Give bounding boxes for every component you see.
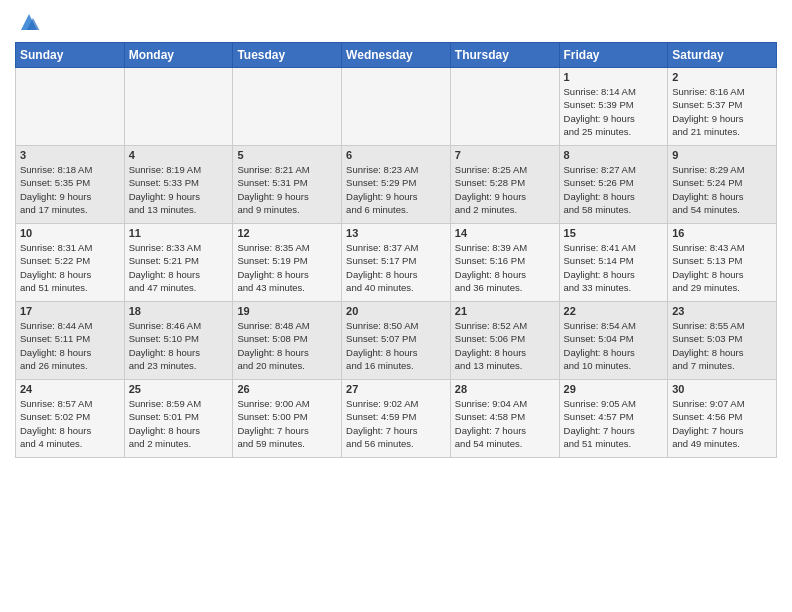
day-info: Sunrise: 8:59 AM Sunset: 5:01 PM Dayligh… <box>129 397 229 450</box>
calendar-table: SundayMondayTuesdayWednesdayThursdayFrid… <box>15 42 777 458</box>
day-info: Sunrise: 8:29 AM Sunset: 5:24 PM Dayligh… <box>672 163 772 216</box>
calendar-cell: 4Sunrise: 8:19 AM Sunset: 5:33 PM Daylig… <box>124 146 233 224</box>
day-info: Sunrise: 8:16 AM Sunset: 5:37 PM Dayligh… <box>672 85 772 138</box>
calendar-cell <box>124 68 233 146</box>
day-number: 4 <box>129 149 229 161</box>
calendar-week-row: 10Sunrise: 8:31 AM Sunset: 5:22 PM Dayli… <box>16 224 777 302</box>
day-number: 25 <box>129 383 229 395</box>
calendar-cell <box>233 68 342 146</box>
day-number: 8 <box>564 149 664 161</box>
calendar-cell: 18Sunrise: 8:46 AM Sunset: 5:10 PM Dayli… <box>124 302 233 380</box>
calendar-cell: 12Sunrise: 8:35 AM Sunset: 5:19 PM Dayli… <box>233 224 342 302</box>
day-number: 18 <box>129 305 229 317</box>
day-number: 1 <box>564 71 664 83</box>
calendar-cell: 13Sunrise: 8:37 AM Sunset: 5:17 PM Dayli… <box>342 224 451 302</box>
day-info: Sunrise: 8:57 AM Sunset: 5:02 PM Dayligh… <box>20 397 120 450</box>
day-number: 20 <box>346 305 446 317</box>
calendar-cell: 9Sunrise: 8:29 AM Sunset: 5:24 PM Daylig… <box>668 146 777 224</box>
day-number: 3 <box>20 149 120 161</box>
day-number: 10 <box>20 227 120 239</box>
calendar-cell: 6Sunrise: 8:23 AM Sunset: 5:29 PM Daylig… <box>342 146 451 224</box>
day-info: Sunrise: 8:14 AM Sunset: 5:39 PM Dayligh… <box>564 85 664 138</box>
day-info: Sunrise: 8:31 AM Sunset: 5:22 PM Dayligh… <box>20 241 120 294</box>
day-info: Sunrise: 8:55 AM Sunset: 5:03 PM Dayligh… <box>672 319 772 372</box>
day-info: Sunrise: 9:05 AM Sunset: 4:57 PM Dayligh… <box>564 397 664 450</box>
calendar-cell: 25Sunrise: 8:59 AM Sunset: 5:01 PM Dayli… <box>124 380 233 458</box>
calendar-cell: 2Sunrise: 8:16 AM Sunset: 5:37 PM Daylig… <box>668 68 777 146</box>
weekday-header: Thursday <box>450 43 559 68</box>
day-number: 17 <box>20 305 120 317</box>
day-info: Sunrise: 8:23 AM Sunset: 5:29 PM Dayligh… <box>346 163 446 216</box>
day-info: Sunrise: 8:52 AM Sunset: 5:06 PM Dayligh… <box>455 319 555 372</box>
day-info: Sunrise: 8:35 AM Sunset: 5:19 PM Dayligh… <box>237 241 337 294</box>
day-info: Sunrise: 9:02 AM Sunset: 4:59 PM Dayligh… <box>346 397 446 450</box>
day-info: Sunrise: 8:50 AM Sunset: 5:07 PM Dayligh… <box>346 319 446 372</box>
calendar-cell: 16Sunrise: 8:43 AM Sunset: 5:13 PM Dayli… <box>668 224 777 302</box>
header-row: SundayMondayTuesdayWednesdayThursdayFrid… <box>16 43 777 68</box>
calendar-cell <box>16 68 125 146</box>
day-number: 16 <box>672 227 772 239</box>
calendar-cell: 1Sunrise: 8:14 AM Sunset: 5:39 PM Daylig… <box>559 68 668 146</box>
weekday-header: Monday <box>124 43 233 68</box>
day-number: 29 <box>564 383 664 395</box>
day-number: 30 <box>672 383 772 395</box>
day-number: 9 <box>672 149 772 161</box>
day-info: Sunrise: 8:25 AM Sunset: 5:28 PM Dayligh… <box>455 163 555 216</box>
calendar-week-row: 3Sunrise: 8:18 AM Sunset: 5:35 PM Daylig… <box>16 146 777 224</box>
day-info: Sunrise: 8:19 AM Sunset: 5:33 PM Dayligh… <box>129 163 229 216</box>
calendar-cell: 8Sunrise: 8:27 AM Sunset: 5:26 PM Daylig… <box>559 146 668 224</box>
day-info: Sunrise: 8:41 AM Sunset: 5:14 PM Dayligh… <box>564 241 664 294</box>
day-number: 6 <box>346 149 446 161</box>
calendar-cell: 19Sunrise: 8:48 AM Sunset: 5:08 PM Dayli… <box>233 302 342 380</box>
calendar-cell: 21Sunrise: 8:52 AM Sunset: 5:06 PM Dayli… <box>450 302 559 380</box>
calendar-cell: 7Sunrise: 8:25 AM Sunset: 5:28 PM Daylig… <box>450 146 559 224</box>
calendar-cell: 22Sunrise: 8:54 AM Sunset: 5:04 PM Dayli… <box>559 302 668 380</box>
day-info: Sunrise: 9:07 AM Sunset: 4:56 PM Dayligh… <box>672 397 772 450</box>
day-number: 13 <box>346 227 446 239</box>
day-number: 21 <box>455 305 555 317</box>
calendar-cell: 26Sunrise: 9:00 AM Sunset: 5:00 PM Dayli… <box>233 380 342 458</box>
calendar-cell: 10Sunrise: 8:31 AM Sunset: 5:22 PM Dayli… <box>16 224 125 302</box>
day-info: Sunrise: 8:33 AM Sunset: 5:21 PM Dayligh… <box>129 241 229 294</box>
weekday-header: Sunday <box>16 43 125 68</box>
day-number: 11 <box>129 227 229 239</box>
calendar-cell: 15Sunrise: 8:41 AM Sunset: 5:14 PM Dayli… <box>559 224 668 302</box>
calendar-cell: 24Sunrise: 8:57 AM Sunset: 5:02 PM Dayli… <box>16 380 125 458</box>
day-number: 28 <box>455 383 555 395</box>
day-number: 7 <box>455 149 555 161</box>
calendar-cell: 27Sunrise: 9:02 AM Sunset: 4:59 PM Dayli… <box>342 380 451 458</box>
day-number: 26 <box>237 383 337 395</box>
calendar-week-row: 24Sunrise: 8:57 AM Sunset: 5:02 PM Dayli… <box>16 380 777 458</box>
day-info: Sunrise: 8:43 AM Sunset: 5:13 PM Dayligh… <box>672 241 772 294</box>
day-info: Sunrise: 8:44 AM Sunset: 5:11 PM Dayligh… <box>20 319 120 372</box>
calendar-week-row: 1Sunrise: 8:14 AM Sunset: 5:39 PM Daylig… <box>16 68 777 146</box>
calendar-cell <box>342 68 451 146</box>
day-info: Sunrise: 8:21 AM Sunset: 5:31 PM Dayligh… <box>237 163 337 216</box>
logo <box>15 10 41 34</box>
weekday-header: Wednesday <box>342 43 451 68</box>
day-info: Sunrise: 9:04 AM Sunset: 4:58 PM Dayligh… <box>455 397 555 450</box>
day-number: 5 <box>237 149 337 161</box>
day-number: 19 <box>237 305 337 317</box>
day-number: 15 <box>564 227 664 239</box>
calendar-cell: 29Sunrise: 9:05 AM Sunset: 4:57 PM Dayli… <box>559 380 668 458</box>
day-info: Sunrise: 8:27 AM Sunset: 5:26 PM Dayligh… <box>564 163 664 216</box>
header <box>15 10 777 34</box>
day-number: 24 <box>20 383 120 395</box>
calendar-cell: 30Sunrise: 9:07 AM Sunset: 4:56 PM Dayli… <box>668 380 777 458</box>
day-info: Sunrise: 8:48 AM Sunset: 5:08 PM Dayligh… <box>237 319 337 372</box>
logo-icon <box>17 10 41 34</box>
calendar-cell <box>450 68 559 146</box>
day-number: 14 <box>455 227 555 239</box>
day-number: 27 <box>346 383 446 395</box>
calendar-cell: 17Sunrise: 8:44 AM Sunset: 5:11 PM Dayli… <box>16 302 125 380</box>
day-info: Sunrise: 8:46 AM Sunset: 5:10 PM Dayligh… <box>129 319 229 372</box>
calendar-cell: 23Sunrise: 8:55 AM Sunset: 5:03 PM Dayli… <box>668 302 777 380</box>
day-info: Sunrise: 9:00 AM Sunset: 5:00 PM Dayligh… <box>237 397 337 450</box>
day-info: Sunrise: 8:54 AM Sunset: 5:04 PM Dayligh… <box>564 319 664 372</box>
day-number: 2 <box>672 71 772 83</box>
weekday-header: Tuesday <box>233 43 342 68</box>
weekday-header: Saturday <box>668 43 777 68</box>
day-info: Sunrise: 8:39 AM Sunset: 5:16 PM Dayligh… <box>455 241 555 294</box>
calendar-cell: 5Sunrise: 8:21 AM Sunset: 5:31 PM Daylig… <box>233 146 342 224</box>
